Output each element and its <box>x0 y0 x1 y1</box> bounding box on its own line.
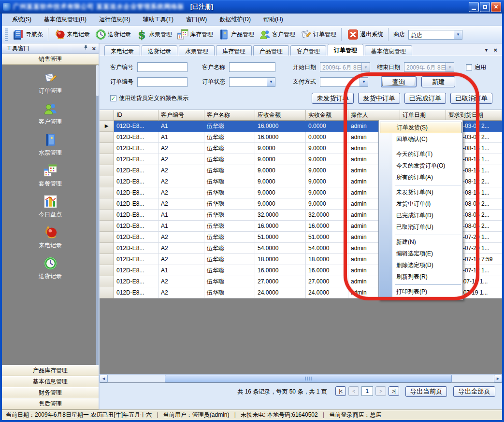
context-menu-item[interactable]: 已取消订单(U) <box>379 222 462 233</box>
new-button[interactable]: 新建 <box>421 76 455 87</box>
toolbar-button-exit[interactable]: 退出系统 <box>345 27 386 42</box>
pay-method-combobox[interactable]: ▼ <box>320 77 368 87</box>
tab-6[interactable]: 订单管理 <box>328 44 363 56</box>
next-page-button[interactable]: > <box>375 386 386 396</box>
sidebar-section-bar[interactable]: 财务管理 <box>2 387 99 398</box>
sidebar-item-calendar[interactable]: 套餐管理 <box>39 163 62 188</box>
color-display-checkbox[interactable]: ✓ <box>110 95 116 101</box>
sidebar-section-bar[interactable]: 售后管理 <box>2 398 99 409</box>
toolbar-button-calendar[interactable]: 库存管理 <box>174 27 216 42</box>
maximize-button[interactable] <box>480 2 490 12</box>
status-filter-button[interactable]: 未发货订单 <box>312 93 354 104</box>
start-date-picker[interactable]: 2009年 6月 8日 ▼ <box>320 62 370 72</box>
sidebar-item-bluebook[interactable]: 水票管理 <box>39 132 62 157</box>
sidebar-item-order[interactable]: 订单管理 <box>39 70 62 95</box>
end-date-picker[interactable]: 2009年 6月 8日 ▼ <box>404 62 454 72</box>
menubar-item[interactable]: 帮助(H) <box>257 14 289 26</box>
row-selector[interactable] <box>100 254 114 265</box>
chevron-down-icon[interactable]: ▼ <box>454 30 462 39</box>
menubar-item[interactable]: 系统(S) <box>6 14 38 26</box>
column-header-0[interactable]: ID <box>114 110 158 121</box>
status-filter-button[interactable]: 已完成订单 <box>404 93 446 104</box>
enable-checkbox[interactable] <box>466 64 472 70</box>
toolbar-button-clock[interactable]: 送货记录 <box>92 27 133 42</box>
horizontal-scrollbar[interactable]: ◄ ► <box>100 374 502 382</box>
tab-2[interactable]: 水票管理 <box>179 45 215 56</box>
menubar-item[interactable]: 辅助工具(T) <box>137 14 180 26</box>
column-header-3[interactable]: 应收金额 <box>255 110 306 121</box>
status-filter-button[interactable]: 发货中订单 <box>358 93 400 104</box>
customer-name-input[interactable] <box>229 62 275 72</box>
tab-1[interactable]: 送货记录 <box>142 45 177 56</box>
context-menu-item[interactable]: 刷新列表(R) <box>379 271 462 283</box>
context-menu-item[interactable]: 删除选定项(D) <box>379 260 462 271</box>
column-header-7[interactable]: 要求到货日期 <box>446 110 502 121</box>
tab-list-dropdown-icon[interactable]: ▼ <box>484 47 489 53</box>
row-selector[interactable] <box>100 221 114 232</box>
status-filter-button[interactable]: 已取消订单 <box>450 93 492 104</box>
toolbar-button-bluebook[interactable]: 产品管理 <box>216 27 257 42</box>
sidebar-item-bell[interactable]: 来电记录 <box>39 225 62 250</box>
scrollbar-track[interactable] <box>108 375 494 382</box>
tab-5[interactable]: 客户管理 <box>290 45 326 56</box>
chevron-down-icon[interactable]: ▼ <box>360 78 368 86</box>
query-button[interactable]: 查询 <box>381 76 417 87</box>
toolbar-grip[interactable] <box>5 28 8 41</box>
shop-combobox[interactable]: 总店 ▼ <box>408 30 462 40</box>
last-page-button[interactable]: >| <box>389 386 399 396</box>
row-selector[interactable] <box>100 232 114 243</box>
menubar-item[interactable]: 数据维护(D) <box>213 14 257 26</box>
export-current-page-button[interactable]: 导出当前页 <box>405 386 447 397</box>
menubar-item[interactable]: 运行信息(R) <box>93 14 137 26</box>
sidebar-item-chart[interactable]: 今日盘点 <box>39 194 62 219</box>
minimize-button[interactable] <box>469 2 479 12</box>
sidebar-section-bar[interactable]: 产品库存管理 <box>2 365 99 376</box>
context-menu-item[interactable]: 所有的订单(A) <box>379 172 462 183</box>
first-page-button[interactable]: |< <box>335 386 346 396</box>
toolbar-button-bell[interactable]: 来电记录 <box>51 27 92 42</box>
sidebar-scrollbar[interactable] <box>96 65 99 365</box>
titlebar[interactable]: 广州某某软件技术有限公司 某某送水企业管理系统网络版 [已注册] × <box>0 0 504 14</box>
tab-4[interactable]: 产品管理 <box>253 45 289 56</box>
context-menu-item[interactable]: 订单发货(S) <box>380 122 461 133</box>
context-menu-item[interactable]: 新建(N) <box>379 237 462 248</box>
context-menu-item[interactable]: 已完成订单(D) <box>379 210 462 222</box>
row-selector[interactable] <box>100 210 114 221</box>
context-menu-item[interactable]: 发货中订单(I) <box>379 198 462 210</box>
row-selector[interactable] <box>100 154 114 165</box>
export-all-pages-button[interactable]: 导出全部页 <box>453 386 495 397</box>
context-menu-item[interactable]: 打印列表(P) <box>379 286 462 298</box>
page-number-input[interactable]: 1 <box>361 386 373 396</box>
column-header-5[interactable]: 操作人 <box>348 110 400 121</box>
column-header-6[interactable]: 订单日期 <box>400 110 446 121</box>
sidebar-section-sales[interactable]: 销售管理 <box>2 54 99 65</box>
order-code-input[interactable] <box>137 77 187 87</box>
tab-close-icon[interactable]: × <box>493 46 497 54</box>
prev-page-button[interactable]: < <box>348 386 359 396</box>
customer-code-input[interactable] <box>137 62 187 72</box>
scroll-left-icon[interactable]: ◄ <box>100 375 108 382</box>
close-button[interactable]: × <box>491 2 501 12</box>
sidebar-item-users[interactable]: 客户管理 <box>39 101 62 126</box>
sidebar-section-bar[interactable]: 基本信息管理 <box>2 376 99 387</box>
order-status-combobox[interactable]: ▼ <box>229 77 275 87</box>
scroll-right-icon[interactable]: ► <box>494 375 502 382</box>
row-selector[interactable] <box>100 165 114 176</box>
context-menu-item[interactable]: 今天的订单(T) <box>379 149 462 160</box>
row-selector[interactable] <box>100 243 114 254</box>
row-selector[interactable] <box>100 187 114 198</box>
toolbar-button-order[interactable]: 订单管理 <box>298 27 339 42</box>
scrollbar-thumb[interactable] <box>165 375 452 382</box>
row-selector[interactable] <box>100 287 114 298</box>
row-selector[interactable] <box>100 176 114 187</box>
row-selector[interactable]: ▶ <box>100 121 114 132</box>
context-menu-item[interactable]: 编辑选定项(E) <box>379 248 462 260</box>
column-header-2[interactable]: 客户名称 <box>204 110 255 121</box>
tab-3[interactable]: 库存管理 <box>216 45 252 56</box>
row-selector[interactable] <box>100 143 114 154</box>
chevron-down-icon[interactable]: ▼ <box>267 78 275 86</box>
toolbar-button-users[interactable]: 客户管理 <box>257 27 298 42</box>
close-icon[interactable]: × <box>92 45 96 52</box>
row-selector[interactable] <box>100 198 114 210</box>
column-header-1[interactable]: 客户编号 <box>158 110 204 121</box>
